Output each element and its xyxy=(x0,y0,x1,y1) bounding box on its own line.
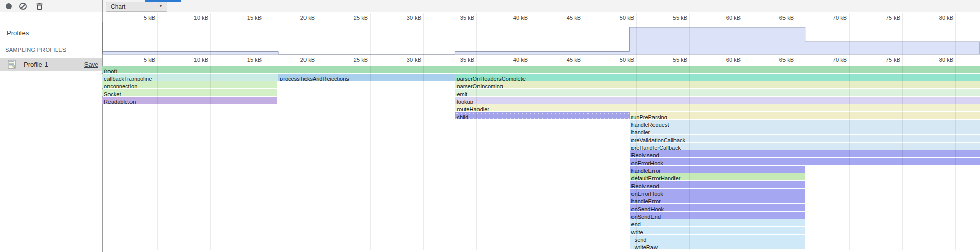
flame-bar-routeHandler[interactable]: routeHandler xyxy=(455,104,979,111)
ruler2-tick-label: 35 kB xyxy=(460,57,474,63)
grid-line xyxy=(796,13,796,250)
flame-bar-label: callbackTrampoline xyxy=(102,76,152,81)
flame-bar-emit[interactable]: emit xyxy=(455,89,979,96)
flame-bar-_writeRaw[interactable]: _writeRaw xyxy=(630,242,805,249)
flame-bar-end[interactable]: end xyxy=(630,219,805,226)
flame-bar-label: runPreParsing xyxy=(630,114,667,119)
ruler1-tick-label: 20 kB xyxy=(300,15,315,21)
devtools-profiler-panel: Chart ▼ Profiles SAMPLING PROFILES % Pro… xyxy=(0,0,980,252)
ruler2-tick-label: 15 kB xyxy=(247,57,262,63)
flame-bar-runPreParsing[interactable]: runPreParsing xyxy=(630,112,980,119)
flame-bar-onconnection[interactable]: onconnection xyxy=(102,81,277,88)
flame-bar-Readable.on[interactable]: Readable.on xyxy=(102,97,277,104)
ruler1-tick-label: 5 kB xyxy=(144,15,155,21)
flame-bar-label: handleError xyxy=(630,168,661,173)
ruler1-tick-label: 70 kB xyxy=(833,15,847,21)
flame-bar-label: Reply.send xyxy=(630,183,659,188)
grid-line xyxy=(317,13,317,250)
flame-bar-write_[interactable]: write_ xyxy=(630,227,805,234)
ruler-border xyxy=(103,65,980,65)
flame-bar-defaultErrorHandler[interactable]: defaultErrorHandler xyxy=(630,173,805,180)
record-button[interactable] xyxy=(6,3,12,9)
ruler2-tick-label: 20 kB xyxy=(300,57,315,63)
ruler2-tick-label: 65 kB xyxy=(779,57,794,63)
overview-left-handle[interactable] xyxy=(102,22,103,54)
grid-line xyxy=(530,13,530,250)
ruler1-tick-label: 35 kB xyxy=(460,15,474,21)
flame-bar-label: onSendHook xyxy=(630,206,664,211)
flame-bar-label: lookup xyxy=(455,99,473,104)
flame-bar-callbackTrampoline[interactable]: callbackTrampoline xyxy=(102,74,278,81)
flame-bar-label: emit xyxy=(455,91,467,96)
chart-pane: 5 kB5 kB10 kB10 kB15 kB15 kB20 kB20 kB25… xyxy=(103,12,980,252)
flame-bar-handleRequest[interactable]: handleRequest xyxy=(630,120,980,127)
flame-bar-parserOnHeadersComplete[interactable]: parserOnHeadersComplete xyxy=(455,74,979,81)
ruler2-tick-label: 40 kB xyxy=(513,57,528,63)
flame-bar-label: parserOnHeadersComplete xyxy=(455,76,526,81)
flame-bar-Reply.send[interactable]: Reply.send xyxy=(630,150,980,157)
flame-bar-handler[interactable]: handler xyxy=(630,127,980,134)
flame-bar-label: handler xyxy=(630,129,650,134)
clear-icon[interactable] xyxy=(19,3,27,10)
flame-bar-onErrorHook[interactable]: onErrorHook xyxy=(630,158,980,165)
toolbar-separator xyxy=(31,2,31,10)
flame-bar-label: defaultErrorHandler xyxy=(630,175,681,180)
flame-bar-Socket[interactable]: Socket xyxy=(102,89,277,96)
ruler1-tick-label: 15 kB xyxy=(247,15,262,21)
flame-bar-label: preValidationCallback xyxy=(630,137,686,142)
ruler1-tick-label: 80 kB xyxy=(939,15,953,21)
flame-bar-child[interactable]: child xyxy=(455,112,629,119)
sampling-profiles-header: SAMPLING PROFILES xyxy=(5,47,66,53)
flame-bar-preValidationCallback[interactable]: preValidationCallback xyxy=(630,135,980,142)
flame-bar-onSendEnd[interactable]: onSendEnd xyxy=(630,212,805,219)
flame-bar-lookup[interactable]: lookup xyxy=(455,97,979,104)
flame-bar-label: Socket xyxy=(102,91,121,96)
flame-bar-_send[interactable]: _send xyxy=(630,235,805,242)
ruler2-tick-label: 25 kB xyxy=(354,57,368,63)
ruler1-tick-label: 25 kB xyxy=(354,15,368,21)
flame-bar-parserOnIncoming[interactable]: parserOnIncoming xyxy=(455,81,979,88)
grid-line xyxy=(423,13,424,250)
flame-bar-handleError[interactable]: handleError xyxy=(630,196,805,203)
ruler1-tick-label: 45 kB xyxy=(567,15,581,21)
ruler2-tick-label: 60 kB xyxy=(726,57,741,63)
ruler2-tick-label: 30 kB xyxy=(407,57,421,63)
ruler1-tick-label: 75 kB xyxy=(886,15,900,21)
flame-bar-label: onErrorHook xyxy=(630,160,663,165)
flame-bar-Reply.send[interactable]: Reply.send xyxy=(630,181,805,188)
flame-bar-label: onconnection xyxy=(102,83,137,88)
flame-bar-label: routeHandler xyxy=(455,106,489,111)
flame-bar-label: processTicksAndRejections xyxy=(278,76,349,81)
view-mode-select[interactable]: Chart ▼ xyxy=(106,2,167,12)
grid-line xyxy=(264,13,264,250)
flame-bar-handleError[interactable]: handleError xyxy=(630,166,805,173)
svg-text:%: % xyxy=(12,65,15,68)
ruler2-tick-label: 45 kB xyxy=(567,57,581,63)
flame-bar-preHandlerCallback[interactable]: preHandlerCallback xyxy=(630,143,980,150)
ruler2-tick-label: 80 kB xyxy=(939,57,953,63)
flame-bar-processTicksAndRejections[interactable]: processTicksAndRejections xyxy=(278,74,455,81)
ruler2-tick-label: 50 kB xyxy=(620,57,634,63)
grid-line xyxy=(370,13,371,250)
ruler2-tick-label: 55 kB xyxy=(673,57,687,63)
active-tab-indicator xyxy=(145,0,181,2)
flame-bar-onErrorHook[interactable]: onErrorHook xyxy=(630,189,805,196)
profile-document-icon: % xyxy=(8,60,17,69)
flame-bar-onSendHook[interactable]: onSendHook xyxy=(630,204,805,211)
profile-list-item[interactable]: % Profile 1 Save xyxy=(0,58,102,71)
flame-bar-label: handleError xyxy=(630,198,661,203)
ruler1-tick-label: 40 kB xyxy=(513,15,528,21)
grid-line xyxy=(157,13,158,250)
flame-bar-label: child xyxy=(455,114,468,119)
toolbar-left-section xyxy=(0,0,102,12)
ruler2-tick-label: 10 kB xyxy=(194,57,208,63)
flame-bar-root[interactable]: (root) xyxy=(102,66,980,73)
toolbar: Chart ▼ xyxy=(0,0,980,12)
grid-line xyxy=(636,13,637,250)
profile-name: Profile 1 xyxy=(24,61,48,68)
save-link[interactable]: Save xyxy=(84,61,98,68)
ruler2-tick-label: 70 kB xyxy=(833,57,847,63)
flame-bar-label: onSendEnd xyxy=(630,214,661,219)
trash-icon[interactable] xyxy=(36,2,43,10)
flame-bar-label: (root) xyxy=(102,68,117,73)
